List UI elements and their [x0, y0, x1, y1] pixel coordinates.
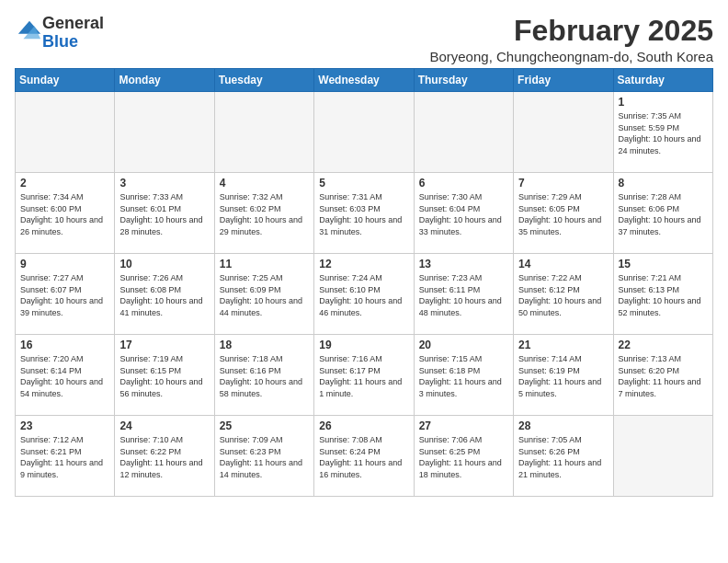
calendar-day-header: Saturday [613, 69, 712, 92]
day-info: Sunrise: 7:22 AM Sunset: 6:12 PM Dayligh… [518, 272, 608, 318]
table-row: 11Sunrise: 7:25 AM Sunset: 6:09 PM Dayli… [214, 254, 313, 335]
table-row: 18Sunrise: 7:18 AM Sunset: 6:16 PM Dayli… [214, 335, 313, 416]
day-info: Sunrise: 7:23 AM Sunset: 6:11 PM Dayligh… [419, 272, 508, 318]
day-number: 27 [419, 419, 508, 432]
day-number: 15 [619, 258, 708, 270]
day-info: Sunrise: 7:27 AM Sunset: 6:07 PM Dayligh… [20, 272, 109, 318]
day-number: 19 [319, 339, 408, 351]
day-info: Sunrise: 7:20 AM Sunset: 6:14 PM Dayligh… [20, 353, 109, 399]
day-info: Sunrise: 7:33 AM Sunset: 6:01 PM Dayligh… [119, 191, 209, 237]
table-row: 8Sunrise: 7:28 AM Sunset: 6:06 PM Daylig… [613, 173, 712, 254]
table-row: 1Sunrise: 7:35 AM Sunset: 5:59 PM Daylig… [613, 92, 712, 173]
day-number: 18 [220, 339, 309, 351]
day-info: Sunrise: 7:10 AM Sunset: 6:22 PM Dayligh… [119, 434, 209, 480]
day-info: Sunrise: 7:08 AM Sunset: 6:24 PM Dayligh… [319, 434, 408, 480]
day-info: Sunrise: 7:25 AM Sunset: 6:09 PM Dayligh… [220, 272, 309, 318]
table-row: 27Sunrise: 7:06 AM Sunset: 6:25 PM Dayli… [414, 416, 513, 497]
day-info: Sunrise: 7:32 AM Sunset: 6:02 PM Dayligh… [220, 191, 309, 237]
day-info: Sunrise: 7:13 AM Sunset: 6:20 PM Dayligh… [619, 353, 708, 399]
table-row: 23Sunrise: 7:12 AM Sunset: 6:21 PM Dayli… [16, 416, 115, 497]
calendar-day-header: Wednesday [314, 69, 414, 92]
table-row: 19Sunrise: 7:16 AM Sunset: 6:17 PM Dayli… [314, 335, 414, 416]
logo: General Blue [15, 15, 104, 52]
month-title: February 2025 [429, 15, 713, 47]
day-info: Sunrise: 7:19 AM Sunset: 6:15 PM Dayligh… [119, 353, 209, 399]
table-row: 21Sunrise: 7:14 AM Sunset: 6:19 PM Dayli… [514, 335, 613, 416]
table-row: 2Sunrise: 7:34 AM Sunset: 6:00 PM Daylig… [16, 173, 115, 254]
day-info: Sunrise: 7:21 AM Sunset: 6:13 PM Dayligh… [619, 272, 708, 318]
day-number: 8 [619, 177, 708, 190]
calendar-week-row: 2Sunrise: 7:34 AM Sunset: 6:00 PM Daylig… [16, 173, 713, 254]
day-info: Sunrise: 7:28 AM Sunset: 6:06 PM Dayligh… [619, 191, 708, 237]
day-number: 5 [319, 177, 408, 190]
day-info: Sunrise: 7:12 AM Sunset: 6:21 PM Dayligh… [20, 434, 109, 480]
table-row: 16Sunrise: 7:20 AM Sunset: 6:14 PM Dayli… [16, 335, 115, 416]
logo-general: General [42, 15, 104, 33]
day-info: Sunrise: 7:09 AM Sunset: 6:23 PM Dayligh… [220, 434, 309, 480]
location-title: Boryeong, Chungcheongnam-do, South Korea [429, 49, 713, 64]
logo-blue: Blue [42, 33, 104, 52]
table-row [115, 92, 214, 173]
day-number: 17 [119, 339, 209, 351]
day-number: 21 [518, 339, 608, 351]
calendar-week-row: 16Sunrise: 7:20 AM Sunset: 6:14 PM Dayli… [16, 335, 713, 416]
table-row: 9Sunrise: 7:27 AM Sunset: 6:07 PM Daylig… [16, 254, 115, 335]
table-row [314, 92, 414, 173]
title-block: February 2025 Boryeong, Chungcheongnam-d… [429, 15, 713, 64]
table-row: 10Sunrise: 7:26 AM Sunset: 6:08 PM Dayli… [115, 254, 214, 335]
day-number: 1 [619, 96, 708, 109]
day-number: 26 [319, 419, 408, 432]
day-number: 7 [518, 177, 608, 190]
table-row: 15Sunrise: 7:21 AM Sunset: 6:13 PM Dayli… [613, 254, 712, 335]
table-row: 22Sunrise: 7:13 AM Sunset: 6:20 PM Dayli… [613, 335, 712, 416]
table-row: 3Sunrise: 7:33 AM Sunset: 6:01 PM Daylig… [115, 173, 214, 254]
day-info: Sunrise: 7:16 AM Sunset: 6:17 PM Dayligh… [319, 353, 408, 399]
day-number: 24 [119, 419, 209, 432]
calendar-week-row: 1Sunrise: 7:35 AM Sunset: 5:59 PM Daylig… [16, 92, 713, 173]
day-number: 6 [419, 177, 508, 190]
table-row: 5Sunrise: 7:31 AM Sunset: 6:03 PM Daylig… [314, 173, 414, 254]
table-row: 24Sunrise: 7:10 AM Sunset: 6:22 PM Dayli… [115, 416, 214, 497]
table-row [214, 92, 313, 173]
day-number: 25 [220, 419, 309, 432]
calendar-week-row: 23Sunrise: 7:12 AM Sunset: 6:21 PM Dayli… [16, 416, 713, 497]
table-row: 7Sunrise: 7:29 AM Sunset: 6:05 PM Daylig… [514, 173, 613, 254]
table-row: 17Sunrise: 7:19 AM Sunset: 6:15 PM Dayli… [115, 335, 214, 416]
calendar-day-header: Sunday [16, 69, 115, 92]
page-header: General Blue February 2025 Boryeong, Chu… [15, 15, 713, 64]
logo-text: General Blue [42, 15, 104, 52]
day-number: 9 [20, 258, 109, 270]
day-number: 16 [20, 339, 109, 351]
day-info: Sunrise: 7:18 AM Sunset: 6:16 PM Dayligh… [220, 353, 309, 399]
calendar-day-header: Friday [514, 69, 613, 92]
day-info: Sunrise: 7:35 AM Sunset: 5:59 PM Dayligh… [619, 110, 708, 156]
day-number: 14 [518, 258, 608, 270]
day-info: Sunrise: 7:05 AM Sunset: 6:26 PM Dayligh… [518, 434, 608, 480]
table-row: 20Sunrise: 7:15 AM Sunset: 6:18 PM Dayli… [414, 335, 513, 416]
day-info: Sunrise: 7:06 AM Sunset: 6:25 PM Dayligh… [419, 434, 508, 480]
table-row [613, 416, 712, 497]
day-number: 23 [20, 419, 109, 432]
day-number: 22 [619, 339, 708, 351]
day-number: 13 [419, 258, 508, 270]
day-number: 3 [119, 177, 209, 190]
day-info: Sunrise: 7:26 AM Sunset: 6:08 PM Dayligh… [119, 272, 209, 318]
day-info: Sunrise: 7:34 AM Sunset: 6:00 PM Dayligh… [20, 191, 109, 237]
day-number: 11 [220, 258, 309, 270]
day-info: Sunrise: 7:15 AM Sunset: 6:18 PM Dayligh… [419, 353, 508, 399]
day-info: Sunrise: 7:14 AM Sunset: 6:19 PM Dayligh… [518, 353, 608, 399]
day-number: 20 [419, 339, 508, 351]
day-number: 12 [319, 258, 408, 270]
day-info: Sunrise: 7:24 AM Sunset: 6:10 PM Dayligh… [319, 272, 408, 318]
day-number: 2 [20, 177, 109, 190]
calendar-header-row: SundayMondayTuesdayWednesdayThursdayFrid… [16, 69, 713, 92]
day-info: Sunrise: 7:31 AM Sunset: 6:03 PM Dayligh… [319, 191, 408, 237]
day-number: 4 [220, 177, 309, 190]
calendar-day-header: Tuesday [214, 69, 313, 92]
table-row: 25Sunrise: 7:09 AM Sunset: 6:23 PM Dayli… [214, 416, 313, 497]
table-row: 6Sunrise: 7:30 AM Sunset: 6:04 PM Daylig… [414, 173, 513, 254]
calendar-day-header: Thursday [414, 69, 513, 92]
table-row [414, 92, 513, 173]
calendar-day-header: Monday [115, 69, 214, 92]
table-row: 14Sunrise: 7:22 AM Sunset: 6:12 PM Dayli… [514, 254, 613, 335]
